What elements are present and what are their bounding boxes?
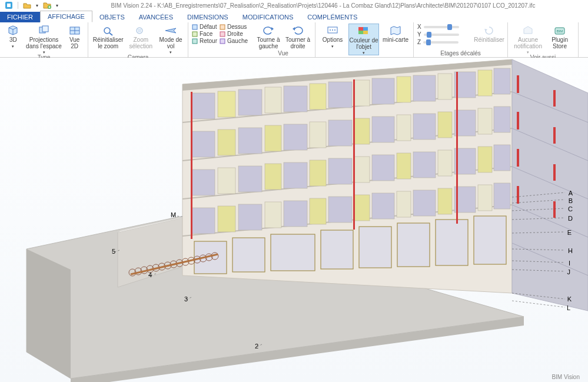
svg-rect-86 [372, 193, 394, 219]
svg-rect-58 [413, 114, 436, 139]
divider [18, 2, 18, 9]
grid-num-5: 5 [112, 248, 115, 255]
tab-dimensions[interactable]: DIMENSIONS [180, 12, 235, 22]
tab-avancees[interactable]: AVANCÉES [132, 12, 180, 22]
grid-label-H: H [568, 247, 573, 254]
btn-tourne-gauche[interactable]: Tourne à gauche [255, 24, 282, 49]
svg-point-19 [330, 29, 331, 31]
btn-projections[interactable]: Projections dans l'espace ▾ [25, 24, 63, 54]
svg-rect-79 [218, 206, 235, 232]
app-icon [5, 1, 13, 9]
open-dropdown-arrow[interactable]: ▾ [36, 3, 38, 8]
tab-complements[interactable]: COMPLÉMENTS [300, 12, 364, 22]
btn-defaut[interactable]: Défaut [192, 24, 217, 30]
svg-rect-46 [478, 70, 492, 96]
svg-rect-25 [363, 31, 368, 34]
svg-rect-100 [474, 216, 506, 264]
group-etages: X Y Z Réinitialiser Etages décalés [414, 22, 508, 57]
group-options: Options ▾ Couleur de l'objet ▾ mini-cart… [315, 22, 414, 57]
group-type: 3D ▾ Projections dans l'espace ▾ Vue 2D … [0, 22, 88, 57]
btn-retour[interactable]: Retour [192, 38, 217, 44]
svg-rect-106 [517, 75, 519, 93]
svg-rect-96 [321, 230, 353, 269]
svg-rect-14 [192, 39, 197, 44]
grid-label-L: L [567, 304, 570, 311]
slider-x[interactable]: X [417, 24, 459, 30]
grid-label-E: E [567, 229, 572, 236]
lbl-droite: Droite [227, 31, 243, 37]
svg-rect-111 [553, 127, 556, 144]
group-etages-label: Etages décalés [417, 50, 504, 57]
grid-label-J: J [567, 268, 571, 275]
label-3d: 3D [9, 37, 17, 44]
svg-point-8 [104, 28, 110, 34]
add-icon[interactable] [43, 1, 51, 9]
btn-vue2d[interactable]: Vue 2D [65, 24, 84, 49]
svg-rect-95 [271, 234, 315, 271]
btn-zoom-selection[interactable]: Zoom sélection [127, 24, 155, 49]
arrow-3d: ▾ [12, 44, 14, 48]
svg-rect-13 [192, 32, 197, 36]
btn-reset-zoom[interactable]: Réinitialiser le zoom [92, 24, 124, 49]
btn-droite[interactable]: Droite [220, 31, 248, 37]
open-icon[interactable] [23, 1, 31, 9]
svg-point-21 [334, 29, 335, 31]
svg-rect-57 [397, 115, 411, 141]
svg-rect-53 [310, 122, 326, 148]
btn-notification[interactable]: Aucune notification ▾ [511, 24, 544, 54]
svg-rect-51 [265, 125, 281, 151]
slider-z[interactable]: Z [417, 39, 459, 45]
lbl-store: Plugin Store [547, 37, 573, 49]
viewport-3d[interactable]: A B C D E H I J K L M 5 4 3 2 BIM Vision [0, 58, 588, 382]
svg-rect-61 [478, 108, 492, 134]
svg-rect-38 [310, 84, 326, 109]
svg-rect-76 [478, 147, 492, 172]
slider-y[interactable]: Y [417, 31, 459, 38]
btn-face[interactable]: Face [192, 31, 217, 37]
svg-rect-4 [42, 26, 48, 32]
grid-label-C: C [568, 205, 573, 212]
group-vue: Tourne à gauche Tourner à droite Vue [251, 22, 315, 57]
svg-rect-43 [413, 75, 436, 101]
qa-menu-arrow[interactable]: ▾ [56, 3, 58, 8]
lbl-dessus: Dessus [227, 24, 247, 30]
svg-line-9 [109, 33, 112, 35]
svg-rect-93 [194, 241, 227, 274]
svg-text:BIM: BIM [557, 29, 563, 33]
btn-etages-reinit[interactable]: Réinitialiser [473, 24, 506, 44]
svg-rect-97 [359, 227, 391, 268]
svg-rect-108 [517, 149, 519, 167]
svg-rect-64 [218, 168, 235, 194]
group-vue-label: Vue [255, 50, 311, 57]
btn-dessus[interactable]: Dessus [220, 24, 248, 30]
svg-rect-36 [265, 87, 281, 113]
svg-rect-23 [363, 27, 368, 31]
btn-tourne-droite[interactable]: Tourner à droite [284, 24, 311, 49]
lbl-notif: Aucune notification [511, 37, 544, 49]
label-vue2d: Vue 2D [65, 37, 84, 49]
svg-rect-81 [265, 202, 281, 228]
svg-rect-34 [218, 91, 235, 117]
tab-affichage[interactable]: AFFICHAGE [40, 11, 92, 22]
btn-gauche[interactable]: Gauche [220, 38, 248, 44]
btn-3d[interactable]: 3D ▾ [4, 24, 23, 48]
svg-rect-84 [328, 197, 352, 222]
tab-fichier[interactable]: FICHIER [0, 12, 40, 22]
ribbon: 3D ▾ Projections dans l'espace ▾ Vue 2D … [0, 22, 588, 58]
btn-options[interactable]: Options ▾ [319, 24, 346, 48]
btn-minicarte[interactable]: mini-carte [381, 24, 410, 44]
svg-rect-74 [438, 150, 452, 176]
btn-fly-mode[interactable]: Mode de vol ▾ [157, 24, 184, 54]
tab-modifications[interactable]: MODIFICATIONS [235, 12, 301, 22]
grid-label-A: A [569, 190, 573, 197]
btn-couleur-objet[interactable]: Couleur de l'objet ▾ [348, 24, 379, 55]
svg-rect-22 [358, 27, 363, 31]
btn-plugin-store[interactable]: BIM Plugin Store [547, 24, 573, 49]
svg-rect-63 [191, 170, 215, 195]
svg-rect-47 [494, 68, 510, 94]
svg-rect-113 [553, 201, 556, 218]
svg-rect-116 [456, 72, 458, 224]
group-camera: Réinitialiser le zoom Zoom sélection Mod… [88, 22, 188, 57]
tab-objets[interactable]: OBJETS [92, 12, 132, 22]
svg-rect-33 [191, 93, 215, 119]
